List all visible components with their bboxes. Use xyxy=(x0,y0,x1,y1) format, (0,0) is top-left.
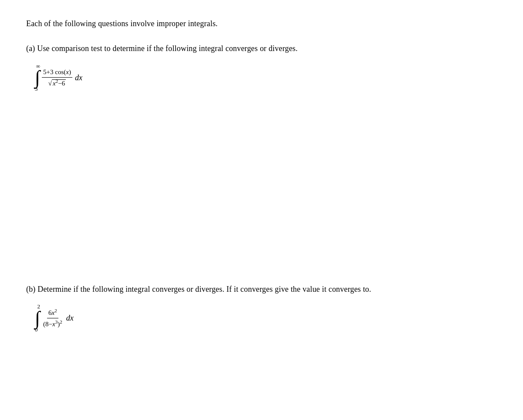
part-a-label: (a) Use comparison test to determine if … xyxy=(26,42,497,55)
part-b-section: (b) Determine if the following integral … xyxy=(26,283,497,334)
page-content: Each of the following questions involve … xyxy=(26,17,497,334)
part-b-label: (b) Determine if the following integral … xyxy=(26,283,497,296)
integral-a-integrand: 5+3 cos(x) √x2−6 dx xyxy=(42,67,82,89)
dx-a: dx xyxy=(75,72,82,84)
integral-b-lower: 0 xyxy=(35,325,38,335)
fraction-a: 5+3 cos(x) √x2−6 xyxy=(42,67,72,89)
fraction-b-numerator: 6x2 xyxy=(47,307,58,318)
integral-b-limits: 2 ∫ 0 xyxy=(35,302,40,335)
sqrt-symbol-a: √ xyxy=(48,80,52,87)
integral-a-limits: ∞ ∫ 3 xyxy=(35,62,40,94)
fraction-a-numerator: 5+3 cos(x) xyxy=(42,67,72,78)
intro-text: Each of the following questions involve … xyxy=(26,17,497,30)
integral-a-lower: 3 xyxy=(35,85,38,94)
sqrt-content-a: x2−6 xyxy=(52,79,66,87)
fraction-b: 6x2 (8−x3)2 xyxy=(42,307,64,329)
integral-b-integrand: 6x2 (8−x3)2 dx xyxy=(42,307,74,329)
spacer xyxy=(26,100,497,283)
fraction-b-denominator: (8−x3)2 xyxy=(42,318,64,329)
dx-b: dx xyxy=(66,312,74,324)
integral-a: ∞ ∫ 3 5+3 cos(x) √x2−6 dx xyxy=(35,62,497,94)
fraction-a-denominator: √x2−6 xyxy=(47,78,67,89)
integral-b: 2 ∫ 0 6x2 (8−x3)2 dx xyxy=(35,302,497,335)
